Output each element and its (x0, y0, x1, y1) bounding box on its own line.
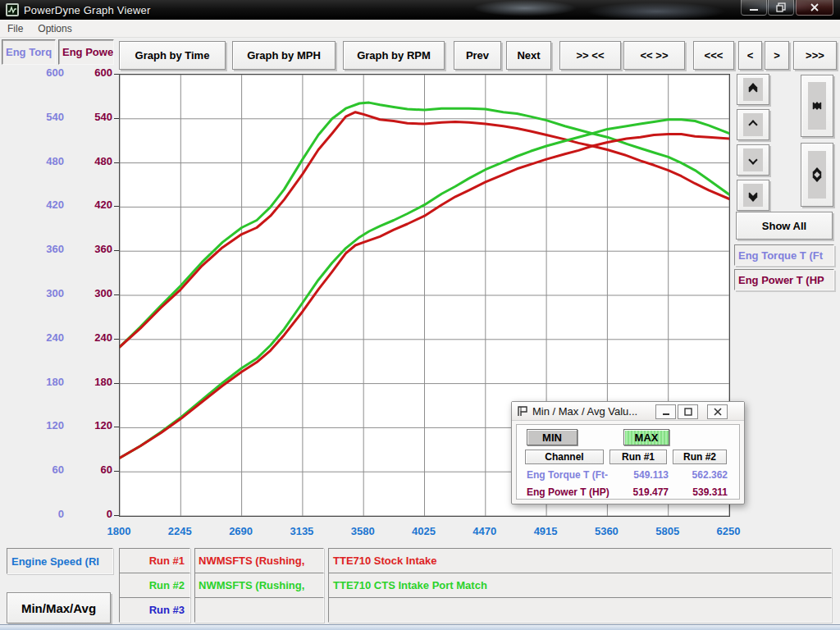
minmax-values-window[interactable]: Min / Max / Avg Valu... MIN MAX Channel … (511, 401, 745, 504)
run-name-field-2: NWMSFTS (Rushing, (194, 573, 324, 598)
close-button[interactable] (796, 0, 833, 16)
power-axis-tick-label: 540 (63, 111, 112, 123)
run-description-field-3 (328, 597, 832, 623)
x-axis-channel-label[interactable]: Engine Speed (RI (7, 548, 113, 574)
run-name-field-3 (194, 597, 324, 623)
title-bar[interactable]: PowerDyne Graph Viewer (0, 0, 840, 20)
power-channel-text: Eng Power T (HP (738, 274, 824, 286)
minmax-row-channel: Eng Power T (HP) (527, 486, 609, 498)
x-axis-channel-text: Engine Speed (RI (11, 555, 99, 568)
torque-axis-tick-label: 120 (15, 419, 64, 431)
show-all-button[interactable]: Show All (736, 212, 833, 240)
run-description-field-2: TTE710 CTS Intake Port Match (328, 573, 832, 598)
power-axis-tick-label: 120 (63, 419, 112, 431)
channel-button-torque[interactable]: Eng Torq (2, 39, 56, 65)
torque-axis-tick-label: 0 (15, 508, 64, 520)
minmax-row: Eng Torque T (Ft-549.113562.362 (525, 469, 733, 483)
graph-by-mph-button[interactable]: Graph by MPH (232, 41, 336, 70)
scroll-up-fast-button[interactable] (737, 74, 769, 105)
minmax-row-run1-value: 549.113 (603, 469, 669, 481)
graph-by-rpm-button[interactable]: Graph by RPM (343, 41, 445, 70)
rpm-axis-tick-label: 6250 (702, 525, 755, 537)
minmax-header-run2[interactable]: Run #2 (673, 450, 727, 464)
show-all-label: Show All (762, 220, 806, 232)
chevrons-expand-icon (808, 151, 826, 199)
torque-axis-tick-label: 360 (15, 243, 64, 255)
power-axis-tick-label: 180 (63, 376, 112, 388)
chevron-triple-down-icon (743, 184, 763, 207)
torque-axis-tick-label: 240 (15, 331, 64, 344)
zoom-out-horizontal-button[interactable]: << >> (623, 41, 685, 70)
torque-channel-label[interactable]: Eng Torque T (Ft (734, 244, 834, 266)
rpm-axis-tick-label: 2690 (215, 525, 267, 537)
minmax-window-titlebar[interactable]: Min / Max / Avg Valu... (512, 402, 744, 421)
min-button[interactable]: MIN (527, 429, 578, 445)
scroll-far-left-button[interactable]: <<< (693, 41, 734, 70)
minmax-header-run2-label: Run #2 (683, 451, 716, 463)
zoom-in-horizontal-button[interactable]: >> << (559, 41, 621, 70)
scroll-down-button[interactable] (737, 144, 769, 176)
rpm-axis-tick-label: 4025 (398, 525, 450, 537)
run-label-1[interactable]: Run #1 (119, 548, 190, 573)
minmax-minimize-button[interactable] (655, 404, 676, 419)
minmax-header-channel-label: Channel (545, 451, 583, 463)
power-axis-tick-label: 300 (63, 287, 112, 299)
scroll-down-fast-button[interactable] (737, 180, 769, 211)
min-button-label: MIN (542, 431, 562, 444)
torque-axis-tick-label: 600 (15, 66, 64, 79)
menu-options[interactable]: Options (30, 21, 79, 36)
minmax-header-run1[interactable]: Run #1 (609, 450, 667, 464)
minmax-row-run2-value: 562.362 (670, 469, 728, 481)
power-axis-tick-label: 240 (63, 331, 112, 344)
maximize-button[interactable] (768, 0, 794, 16)
window-title: PowerDyne Graph Viewer (24, 4, 150, 16)
minmax-row: Eng Power T (HP)519.477539.311 (525, 486, 733, 500)
power-channel-label[interactable]: Eng Power T (HP (734, 269, 834, 290)
power-axis-tick-label: 0 (63, 508, 112, 520)
chevrons-collapse-icon (808, 82, 826, 130)
chevron-down-icon (748, 155, 757, 164)
minmax-window-body: MIN MAX Channel Run #1 Run #2 Eng Torque… (516, 424, 740, 500)
torque-axis-tick-label: 300 (15, 287, 64, 299)
minmax-header-channel[interactable]: Channel (525, 450, 604, 464)
scroll-left-button[interactable]: < (738, 41, 762, 70)
minmax-window-title: Min / Max / Avg Valu... (532, 405, 637, 418)
channel-button-torque-label: Eng Torq (6, 46, 52, 58)
rpm-axis-tick-label: 4470 (459, 525, 511, 537)
minmaxavg-button[interactable]: Min/Max/Avg (7, 592, 111, 623)
minimize-button[interactable] (741, 0, 767, 16)
minmax-maximize-button[interactable] (678, 404, 698, 419)
scroll-right-button[interactable]: > (765, 41, 789, 70)
next-button[interactable]: Next (506, 41, 551, 70)
chevron-triple-up-icon (743, 78, 763, 101)
channel-button-power[interactable]: Eng Powe (58, 39, 114, 65)
zoom-out-vertical-button[interactable] (801, 143, 833, 207)
minmax-close-button[interactable] (707, 404, 728, 419)
torque-axis-tick-label: 420 (15, 199, 64, 211)
rpm-axis-tick-label: 4915 (519, 525, 572, 537)
torque-axis-tick-label: 540 (15, 111, 64, 123)
run-label-3[interactable]: Run #3 (119, 597, 190, 623)
scroll-up-button[interactable] (737, 109, 769, 140)
minmax-row-run1-value: 519.477 (603, 486, 669, 498)
rpm-axis-tick-label: 5360 (580, 525, 632, 537)
menu-file[interactable]: File (0, 21, 30, 36)
rpm-axis-tick-label: 3135 (276, 525, 328, 537)
torque-axis-tick-label: 480 (15, 155, 64, 167)
minmaxavg-button-label: Min/Max/Avg (21, 601, 96, 615)
max-button[interactable]: MAX (623, 429, 669, 445)
minmax-row-run2-value: 539.311 (670, 486, 728, 498)
chevron-up-icon (748, 120, 757, 129)
prev-button[interactable]: Prev (454, 41, 501, 70)
rpm-axis-tick-label: 5805 (641, 525, 694, 537)
power-axis-tick-label: 480 (63, 155, 112, 167)
run-label-2[interactable]: Run #2 (119, 573, 190, 598)
minmax-header-run1-label: Run #1 (622, 451, 655, 463)
graph-by-time-button[interactable]: Graph by Time (119, 41, 226, 70)
zoom-in-vertical-button[interactable] (801, 75, 833, 137)
torque-axis-tick-label: 60 (15, 463, 64, 476)
channel-button-power-label: Eng Powe (62, 46, 113, 58)
minmax-window-icon (517, 405, 529, 417)
scroll-far-right-button[interactable]: >>> (793, 41, 837, 70)
torque-channel-text: Eng Torque T (Ft (738, 249, 823, 262)
